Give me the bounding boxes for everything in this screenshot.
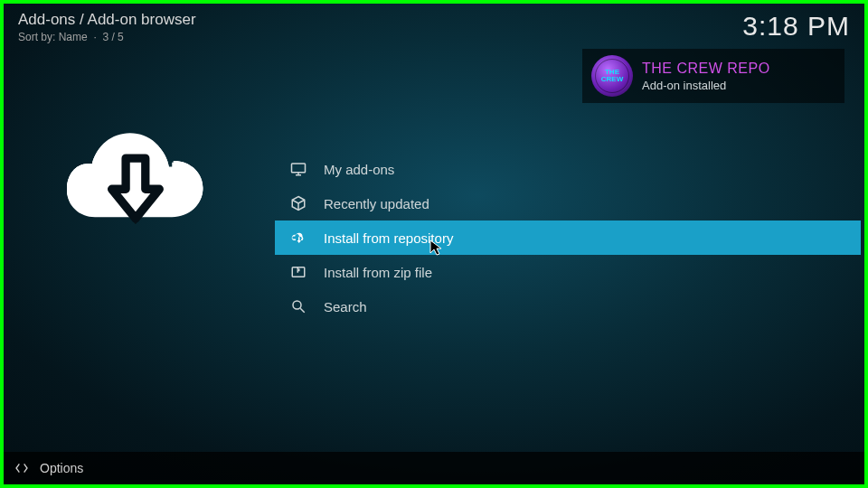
- breadcrumb: Add-ons / Add-on browser: [18, 11, 196, 29]
- addon-browser-icon: [67, 112, 207, 252]
- menu-item-label: Install from repository: [324, 230, 453, 246]
- search-icon: [289, 297, 307, 315]
- svg-rect-4: [292, 164, 306, 173]
- menu-item-recently-updated[interactable]: Recently updated: [275, 186, 861, 221]
- notification-title: THE CREW REPO: [642, 61, 770, 77]
- menu-item-label: Install from zip file: [324, 265, 432, 280]
- clock: 3:18 PM: [742, 11, 850, 42]
- menu-item-label: Recently updated: [324, 196, 429, 211]
- notification-subtitle: Add-on installed: [642, 79, 770, 92]
- menu-item-search[interactable]: Search: [275, 289, 861, 324]
- zip-icon: [289, 263, 307, 281]
- options-icon[interactable]: [14, 461, 29, 475]
- monitor-icon: [289, 160, 307, 178]
- menu-item-install-from-zip[interactable]: Install from zip file: [275, 255, 861, 289]
- sort-info: Sort by: Name · 3 / 5: [18, 31, 196, 43]
- svg-line-13: [300, 308, 305, 313]
- notification-toast: THE CREW THE CREW REPO Add-on installed: [582, 49, 844, 103]
- sort-separator: ·: [90, 31, 99, 43]
- footer-bar: Options: [4, 452, 864, 484]
- svg-point-12: [293, 301, 301, 309]
- sort-label: Sort by: Name: [18, 31, 88, 43]
- menu-item-install-from-repository[interactable]: Install from repository: [275, 221, 861, 255]
- menu-item-label: Search: [324, 299, 367, 314]
- box-icon: [289, 194, 307, 212]
- list-position: 3 / 5: [102, 31, 123, 43]
- notification-addon-icon: THE CREW: [591, 55, 633, 97]
- menu-list: My add-ons Recently updated Install from…: [275, 152, 861, 324]
- options-label[interactable]: Options: [40, 461, 83, 475]
- menu-item-label: My add-ons: [324, 162, 394, 177]
- cloud-download-icon: [289, 229, 307, 247]
- menu-item-my-addons[interactable]: My add-ons: [275, 152, 861, 186]
